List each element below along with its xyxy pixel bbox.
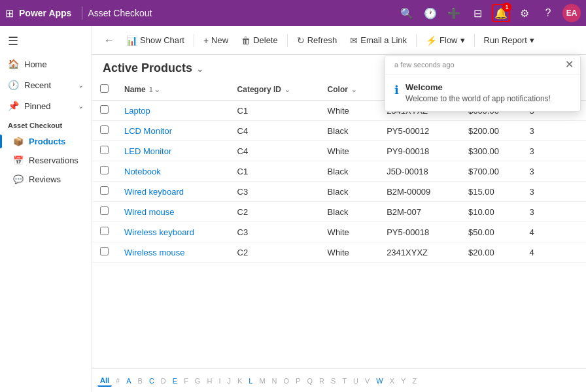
flow-icon: ⚡ (426, 35, 437, 46)
cell-category: C4 (230, 141, 320, 161)
table-row: Wireless keyboard C3 White PY5-00018 $50… (92, 222, 586, 242)
filter-icon[interactable]: ⊟ (468, 4, 487, 22)
row-checkbox[interactable] (100, 146, 109, 154)
show-chart-button[interactable]: 📊 Show Chart (121, 33, 190, 48)
alpha-letter-e[interactable]: E (170, 376, 180, 386)
topbar-page-name: Asset Checkout (88, 8, 152, 18)
row-checkbox[interactable] (100, 166, 109, 174)
sidebar-item-pinned-label: Pinned (24, 101, 50, 111)
row-checkbox-cell[interactable] (92, 101, 116, 121)
alpha-letter-l[interactable]: L (246, 376, 255, 386)
col-header-category[interactable]: Category ID ⌄ (230, 79, 320, 101)
delete-icon: 🗑 (241, 35, 250, 46)
sidebar-item-products[interactable]: 📦 Products (0, 132, 92, 151)
cell-name: Wireless keyboard (116, 222, 230, 242)
sidebar-item-reservations[interactable]: 📅 Reservations (0, 151, 92, 170)
refresh-button[interactable]: ↻ Refresh (292, 33, 343, 48)
notification-close-button[interactable]: ✕ (565, 59, 574, 70)
row-checkbox-cell[interactable] (92, 242, 116, 263)
category-sort-icon: ⌄ (284, 86, 290, 93)
alpha-letter-a[interactable]: A (124, 376, 133, 386)
row-checkbox[interactable] (100, 105, 109, 114)
row-checkbox[interactable] (100, 206, 109, 215)
row-checkbox[interactable] (100, 186, 109, 195)
table-body: Laptop C1 White 2341XYXZ $600.00 3 LCD M… (92, 101, 586, 263)
cell-price: $200.00 (460, 121, 522, 141)
cell-name: Wired keyboard (116, 182, 230, 202)
cell-category: C2 (230, 202, 320, 222)
alpha-letter-d: D (158, 376, 169, 386)
email-link-button[interactable]: ✉ Email a Link (345, 33, 412, 48)
sidebar-item-reviews-label: Reviews (29, 174, 61, 184)
notification-info-icon: ℹ (394, 83, 399, 97)
search-icon[interactable]: 🔍 (398, 4, 416, 22)
col-header-name[interactable]: Name 1 ⌄ (116, 79, 230, 101)
cell-price: $300.00 (460, 141, 522, 161)
cell-price: $10.00 (460, 202, 522, 222)
checkbox-header[interactable] (92, 79, 116, 101)
product-name-link[interactable]: LED Monitor (124, 146, 171, 156)
notification-title: Welcome (405, 82, 551, 92)
cell-color: White (320, 141, 379, 161)
cell-rating: 3 (522, 182, 586, 202)
product-name-link[interactable]: Wired keyboard (124, 187, 184, 197)
grid-icon[interactable]: ⊞ (5, 7, 14, 20)
menu-icon[interactable]: ☰ (0, 29, 92, 54)
table-row: Wireless mouse C2 White 2341XYXZ $20.00 … (92, 242, 586, 263)
alpha-letter-z: Z (409, 376, 419, 386)
home-icon: 🏠 (8, 59, 19, 69)
cell-name: Wireless mouse (116, 242, 230, 263)
cell-model: PY5-00012 (379, 121, 460, 141)
table-row: Wired mouse C2 Black B2M-007 $10.00 3 (92, 202, 586, 222)
sidebar-item-pinned[interactable]: 📌 Pinned ⌄ (0, 95, 92, 116)
cell-name: Notebook (116, 161, 230, 182)
row-checkbox-cell[interactable] (92, 161, 116, 182)
product-name-link[interactable]: Laptop (124, 106, 150, 116)
row-checkbox-cell[interactable] (92, 121, 116, 141)
sidebar-item-home-label: Home (24, 59, 47, 69)
delete-button[interactable]: 🗑 Delete (236, 33, 283, 48)
row-checkbox[interactable] (100, 227, 109, 235)
notification-header: a few seconds ago ✕ (385, 56, 580, 74)
sidebar: ☰ 🏠 Home 🕐 Recent ⌄ 📌 Pinned ⌄ Asset Che… (0, 26, 92, 392)
row-checkbox-cell[interactable] (92, 182, 116, 202)
new-button[interactable]: + New (198, 33, 233, 48)
row-checkbox-cell[interactable] (92, 141, 116, 161)
alpha-letter-b: B (135, 376, 145, 386)
cell-color: Black (320, 182, 379, 202)
product-name-link[interactable]: Wired mouse (124, 207, 175, 217)
bell-icon[interactable]: 🔔 1 (492, 4, 510, 22)
row-checkbox[interactable] (100, 247, 109, 255)
row-checkbox[interactable] (100, 125, 109, 134)
back-button[interactable]: ← (100, 32, 118, 49)
notification-message: Welcome to the world of app notification… (405, 94, 551, 103)
avatar[interactable]: EA (562, 4, 581, 22)
help-icon[interactable]: ? (539, 4, 557, 22)
alpha-letter-c[interactable]: C (146, 376, 157, 386)
product-name-link[interactable]: Wireless keyboard (124, 227, 194, 237)
sidebar-item-reviews[interactable]: 💬 Reviews (0, 170, 92, 189)
recent-icon[interactable]: 🕐 (421, 4, 439, 22)
run-report-button[interactable]: Run Report ▾ (479, 33, 540, 48)
row-checkbox-cell[interactable] (92, 222, 116, 242)
product-name-link[interactable]: Wireless mouse (124, 248, 184, 257)
cell-rating: 3 (522, 202, 586, 222)
cell-category: C1 (230, 101, 320, 121)
sidebar-item-home[interactable]: 🏠 Home (0, 54, 92, 74)
flow-button[interactable]: ⚡ Flow ▾ (421, 33, 470, 48)
alpha-letter-w[interactable]: W (373, 376, 385, 386)
topbar-right: 🔍 🕐 ➕ ⊟ 🔔 1 ⚙ ? EA (398, 4, 581, 22)
cell-model: B2M-00009 (379, 182, 460, 202)
table-row: Notebook C1 Black J5D-00018 $700.00 3 (92, 161, 586, 182)
col-header-color[interactable]: Color ⌄ (320, 79, 379, 101)
sidebar-item-recent[interactable]: 🕐 Recent ⌄ (0, 74, 92, 95)
product-name-link[interactable]: LCD Monitor (124, 126, 172, 136)
select-all-checkbox[interactable] (100, 84, 109, 93)
page-title-chevron[interactable]: ⌄ (196, 63, 204, 74)
add-icon[interactable]: ➕ (445, 4, 463, 22)
product-name-link[interactable]: Notebook (124, 167, 161, 176)
alpha-letter-all[interactable]: All (97, 375, 112, 387)
cell-name: Laptop (116, 101, 230, 121)
settings-icon[interactable]: ⚙ (515, 4, 534, 22)
row-checkbox-cell[interactable] (92, 202, 116, 222)
